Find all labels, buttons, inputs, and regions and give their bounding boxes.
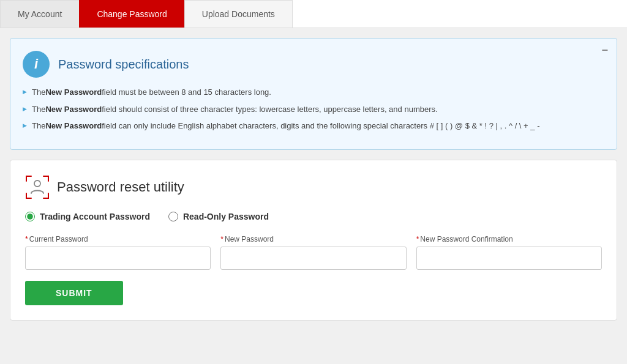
info-rules-list: The New Password field must be between 8… [23,86,604,132]
submit-button[interactable]: SUBMIT [25,281,123,305]
info-header: i Password specifications [23,51,604,78]
reset-header: Password reset utility [25,175,602,199]
radio-readonly-password[interactable]: Read-Only Password [168,212,269,221]
radio-trading-label: Trading Account Password [40,212,150,221]
info-rule-3: The New Password field can only include … [23,120,604,132]
new-password-required: * [220,235,223,243]
info-panel: − i Password specifications The New Pass… [10,38,617,150]
new-password-confirm-required: * [416,235,419,243]
radio-trading-password[interactable]: Trading Account Password [25,212,150,221]
tab-change-password[interactable]: Change Password [79,0,184,28]
main-content: − i Password specifications The New Pass… [0,28,627,330]
reset-panel: Password reset utility Trading Account P… [10,160,617,321]
radio-trading-input[interactable] [25,212,35,221]
info-icon-letter: i [34,56,38,72]
radio-readonly-input[interactable] [168,212,178,221]
info-panel-title: Password specifications [58,58,189,72]
reset-panel-title: Password reset utility [57,179,184,195]
new-password-label: *New Password [220,235,406,243]
new-password-input[interactable] [220,247,406,270]
current-password-label: *Current Password [25,235,211,243]
new-password-confirm-input[interactable] [416,247,602,270]
info-icon: i [23,51,50,78]
radio-group: Trading Account Password Read-Only Passw… [25,212,602,221]
form-fields-row: *Current Password *New Password *New Pas… [25,235,602,270]
current-password-input[interactable] [25,247,211,270]
current-password-required: * [25,235,28,243]
svg-point-0 [34,180,40,187]
info-rule-2: The New Password field should consist of… [23,103,604,116]
new-password-field: *New Password [220,235,406,270]
minimize-button[interactable]: − [601,45,608,56]
tab-my-account[interactable]: My Account [0,0,80,28]
tab-bar: My Account Change Password Upload Docume… [0,0,627,28]
info-rule-1: The New Password field must be between 8… [23,86,604,98]
radio-readonly-label: Read-Only Password [183,212,269,221]
current-password-field: *Current Password [25,235,211,270]
new-password-confirm-label: *New Password Confirmation [416,235,602,243]
tab-upload-documents[interactable]: Upload Documents [184,0,293,28]
user-scan-icon [25,175,50,199]
new-password-confirm-field: *New Password Confirmation [416,235,602,270]
